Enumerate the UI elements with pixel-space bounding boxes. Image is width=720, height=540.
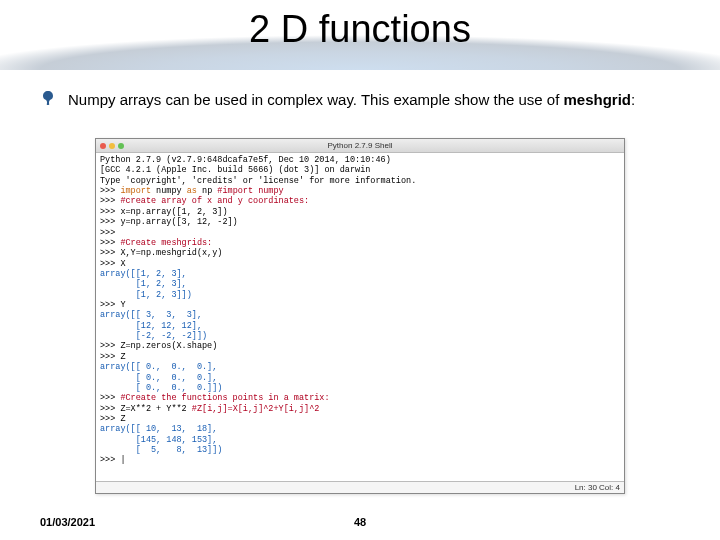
bullet-icon [40, 90, 56, 106]
bullet-text-after: : [631, 91, 635, 108]
window-titlebar: Python 2.7.9 Shell [96, 139, 624, 153]
python-shell-window: Python 2.7.9 Shell Python 2.7.9 (v2.7.9:… [95, 138, 625, 494]
bullet-text-bold: meshgrid [564, 91, 632, 108]
footer-page-number: 48 [0, 516, 720, 528]
bullet-text: Numpy arrays can be used in complex way.… [68, 90, 635, 110]
bullet-text-before: Numpy arrays can be used in complex way.… [68, 91, 564, 108]
bullet-item: Numpy arrays can be used in complex way.… [40, 90, 680, 110]
shell-output: Python 2.7.9 (v2.7.9:648dcafa7e5f, Dec 1… [96, 153, 624, 481]
status-bar: Ln: 30 Col: 4 [96, 481, 624, 493]
window-title: Python 2.7.9 Shell [96, 141, 624, 150]
slide-title: 2 D functions [0, 8, 720, 51]
